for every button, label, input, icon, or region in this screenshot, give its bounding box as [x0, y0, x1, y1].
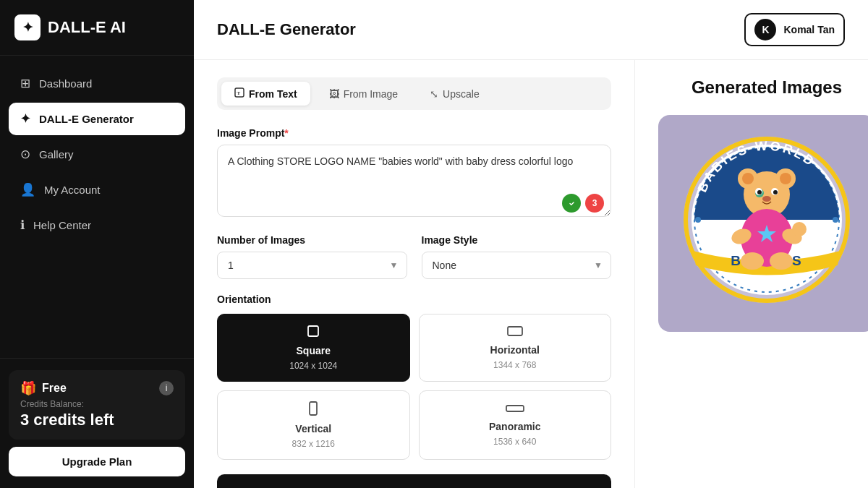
output-panel: Generated Images [635, 60, 868, 488]
svg-rect-4 [508, 327, 522, 335]
gallery-icon: ⊙ [20, 147, 30, 162]
page-header: DALL-E Generator K Komal Tan [194, 0, 868, 60]
generated-image-container: BABIES WORLD BABBIES [658, 115, 868, 332]
upscale-icon: ⤡ [430, 88, 438, 100]
orientation-panoramic[interactable]: Panoramic 1536 x 640 [419, 390, 612, 460]
num-images-label: Number of Images [217, 234, 407, 246]
tab-from-text[interactable]: T From Text [221, 82, 310, 106]
svg-point-32 [833, 217, 838, 223]
badge-green [562, 194, 581, 213]
badge-red: 3 [585, 194, 604, 213]
text-icon: T [234, 87, 244, 100]
vertical-icon [308, 401, 318, 419]
user-name: Komal Tan [783, 24, 835, 35]
horizontal-icon [507, 325, 523, 340]
tab-from-image-label: From Image [344, 88, 398, 100]
sidebar-item-dalle-generator[interactable]: ✦ DALL-E Generator [9, 103, 185, 135]
svg-rect-5 [310, 402, 317, 415]
upgrade-plan-button[interactable]: Upgrade Plan [9, 447, 185, 476]
sidebar-bottom: 🎁 Free i Credits Balance: 3 credits left… [0, 358, 194, 488]
svg-point-31 [695, 217, 701, 223]
tabs-bar: T From Text 🖼 From Image ⤡ Upscale [217, 77, 611, 110]
credits-top: 🎁 Free i [20, 380, 174, 396]
generator-panel: T From Text 🖼 From Image ⤡ Upscale Imag [194, 60, 635, 488]
orientation-grid: Square 1024 x 1024 Horizontal 1344 x 768 [217, 314, 611, 460]
sidebar-item-my-account[interactable]: 👤 My Account [9, 174, 185, 206]
help-center-icon: ℹ [20, 218, 25, 233]
svg-point-2 [568, 200, 576, 207]
sidebar: ✦ DALL-E AI ⊞ Dashboard ✦ DALL-E Generat… [0, 0, 194, 488]
svg-point-23 [762, 196, 771, 202]
num-images-group: Number of Images 1 2 3 4 ▼ [217, 234, 407, 279]
sidebar-item-label: Help Center [33, 219, 91, 231]
sidebar-item-gallery[interactable]: ⊙ Gallery [9, 138, 185, 171]
orientation-label: Orientation [217, 294, 611, 305]
orientation-section: Orientation Square 1024 x 1024 [217, 294, 611, 460]
vertical-name: Vertical [295, 423, 331, 435]
orientation-square[interactable]: Square 1024 x 1024 [217, 314, 410, 382]
generate-button[interactable]: ✦ Generate [217, 474, 611, 488]
plan-name: Free [42, 382, 67, 395]
credits-plan: 🎁 Free [20, 380, 67, 396]
svg-point-16 [742, 173, 754, 184]
square-name: Square [297, 345, 331, 356]
page-title: DALL-E Generator [217, 20, 356, 39]
sidebar-item-label: Gallery [39, 148, 74, 160]
panoramic-name: Panoramic [489, 421, 541, 432]
credits-box: 🎁 Free i Credits Balance: 3 credits left [9, 370, 185, 440]
panoramic-icon [506, 403, 524, 416]
image-icon: 🖼 [329, 88, 339, 100]
tab-upscale[interactable]: ⤡ Upscale [417, 82, 493, 106]
image-style-label: Image Style [422, 234, 612, 246]
generated-image: BABIES WORLD BABBIES [658, 115, 868, 332]
gift-icon: 🎁 [20, 380, 36, 396]
num-images-select-wrapper: 1 2 3 4 ▼ [217, 252, 407, 279]
sidebar-item-label: My Account [44, 184, 101, 196]
orientation-horizontal[interactable]: Horizontal 1344 x 768 [419, 314, 612, 382]
image-style-select-wrapper: None Realistic Cartoon Anime Oil Paintin… [422, 252, 612, 279]
prompt-textarea[interactable]: A Clothing STORE LOGO NAME "babies world… [217, 145, 611, 217]
user-avatar[interactable]: K Komal Tan [744, 13, 845, 46]
sidebar-item-label: Dashboard [39, 77, 92, 90]
logo-icon: ✦ [14, 14, 41, 40]
svg-rect-3 [308, 326, 318, 336]
babies-world-logo-svg: BABIES WORLD BABBIES [673, 129, 861, 317]
dashboard-icon: ⊞ [20, 76, 30, 91]
svg-point-30 [792, 222, 807, 236]
sidebar-item-help-center[interactable]: ℹ Help Center [9, 209, 185, 241]
sidebar-item-label: DALL-E Generator [39, 113, 134, 125]
svg-point-22 [773, 190, 778, 194]
orientation-vertical[interactable]: Vertical 832 x 1216 [217, 390, 410, 460]
tab-from-image[interactable]: 🖼 From Image [316, 82, 411, 106]
vertical-size: 832 x 1216 [292, 439, 335, 449]
sidebar-nav: ⊞ Dashboard ✦ DALL-E Generator ⊙ Gallery… [0, 56, 194, 358]
dalle-generator-icon: ✦ [20, 111, 30, 127]
info-badge[interactable]: i [159, 381, 174, 395]
svg-rect-6 [506, 406, 524, 411]
svg-point-26 [741, 252, 764, 270]
sidebar-item-dashboard[interactable]: ⊞ Dashboard [9, 67, 185, 100]
form-row-selects: Number of Images 1 2 3 4 ▼ Image Style [217, 234, 611, 279]
panoramic-size: 1536 x 640 [493, 437, 536, 447]
svg-text:T: T [237, 90, 241, 96]
sidebar-logo: ✦ DALL-E AI [0, 0, 194, 56]
prompt-badges: 3 [562, 194, 604, 213]
num-images-select[interactable]: 1 2 3 4 [217, 252, 407, 279]
credits-count: 3 credits left [20, 411, 174, 429]
prompt-label: Image Prompt* [217, 127, 611, 139]
avatar-circle: K [754, 19, 776, 40]
image-style-group: Image Style None Realistic Cartoon Anime… [422, 234, 612, 279]
main-content: DALL-E Generator K Komal Tan T From Text [194, 0, 868, 488]
my-account-icon: 👤 [20, 182, 35, 197]
credits-label: Credits Balance: [20, 399, 174, 409]
square-icon [307, 325, 320, 341]
svg-point-27 [770, 252, 793, 270]
content-area: T From Text 🖼 From Image ⤡ Upscale Imag [194, 60, 868, 488]
tab-upscale-label: Upscale [443, 88, 480, 100]
prompt-section: Image Prompt* A Clothing STORE LOGO NAME… [217, 127, 611, 220]
prompt-wrapper: A Clothing STORE LOGO NAME "babies world… [217, 145, 611, 220]
horizontal-size: 1344 x 768 [493, 360, 536, 370]
svg-point-21 [757, 190, 762, 194]
image-style-select[interactable]: None Realistic Cartoon Anime Oil Paintin… [422, 252, 612, 279]
svg-point-17 [780, 173, 791, 184]
